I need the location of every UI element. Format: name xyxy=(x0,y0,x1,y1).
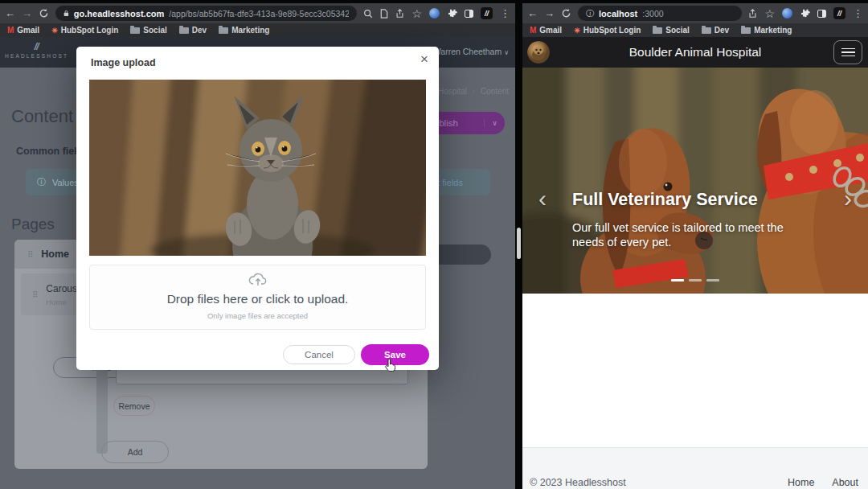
image-upload-modal: Image upload × xyxy=(76,47,439,370)
bookmark-label: Dev xyxy=(192,26,207,35)
lock-icon xyxy=(63,9,69,18)
document-icon[interactable] xyxy=(380,9,388,18)
bookmark-social[interactable]: Social xyxy=(130,26,166,35)
cat-photo-illustration xyxy=(89,80,426,256)
brand-name: HEADLESSHOST xyxy=(5,53,68,59)
right-bookmarks-bar: MGmail ✳HubSpot Login Social Dev Marketi… xyxy=(522,23,868,37)
bookmark-dev[interactable]: Dev xyxy=(179,26,207,35)
hero-dogs-image xyxy=(522,68,868,294)
left-browser-toolbar: ← → go.headlesshost.com/app/bs/ab5b67fa-… xyxy=(0,3,515,23)
mouse-cursor-hand xyxy=(384,359,395,372)
folder-icon xyxy=(130,27,140,34)
bookmark-label: HubSpot Login xyxy=(583,26,641,35)
user-menu[interactable]: Warren Cheetham ∨ xyxy=(433,47,509,56)
carousel-prev-arrow[interactable]: ‹ xyxy=(538,187,547,211)
carousel-dot[interactable] xyxy=(706,279,719,281)
back-icon[interactable]: ← xyxy=(527,8,538,18)
left-bookmarks-bar: MGmail ✳HubSpot Login Social Dev Marketi… xyxy=(0,23,515,37)
close-icon[interactable]: × xyxy=(420,51,428,68)
url-host: localhost xyxy=(599,9,637,18)
cloud-upload-icon xyxy=(248,272,268,286)
hubspot-icon: ✳ xyxy=(51,27,58,35)
file-dropzone[interactable]: Drop files here or click to upload. Only… xyxy=(89,265,426,330)
drag-handle-icon[interactable]: ⠿ xyxy=(27,250,33,259)
uploaded-cat-image xyxy=(89,80,426,256)
drag-handle-icon[interactable]: ⠿ xyxy=(32,290,38,299)
footer-links: Home About xyxy=(788,477,858,488)
sidepanel-icon[interactable] xyxy=(817,10,826,18)
bookmark-social[interactable]: Social xyxy=(653,26,689,35)
share-icon[interactable] xyxy=(395,9,404,18)
cancel-button[interactable]: Cancel xyxy=(283,345,355,364)
bookmark-marketing[interactable]: Marketing xyxy=(219,26,269,35)
footer-copyright: © 2023 Headlesshost xyxy=(530,477,626,488)
info-icon[interactable]: ⓘ xyxy=(586,8,594,19)
dropzone-title: Drop files here or click to upload. xyxy=(90,292,425,306)
remove-button[interactable]: Remove xyxy=(113,396,155,416)
search-icon[interactable] xyxy=(363,9,373,18)
url-path: /app/bs/ab5b67fa-dfe3-413a-9e89-5ecc3c05… xyxy=(169,9,349,18)
bookmark-label: Marketing xyxy=(231,26,269,35)
toolbar-icons: ☆ // ⋮ xyxy=(748,7,863,19)
window-divider-scrollbar[interactable] xyxy=(517,228,521,259)
chevron-down-icon[interactable]: ∨ xyxy=(484,119,505,127)
reload-icon[interactable] xyxy=(561,8,571,18)
carousel-next-arrow[interactable]: › xyxy=(844,187,852,211)
add-button[interactable]: Add xyxy=(101,441,169,463)
bookmark-dev[interactable]: Dev xyxy=(702,26,729,35)
hamburger-menu-button[interactable] xyxy=(833,40,862,64)
back-icon[interactable]: ← xyxy=(5,8,15,18)
breadcrumb[interactable]: al Hospital › Content xyxy=(429,87,509,96)
boulder-animal-hospital-site: Boulder Animal Hospital xyxy=(522,37,868,489)
toolbar-icons: ☆ // ⋮ xyxy=(363,7,510,19)
folder-icon xyxy=(702,27,711,34)
right-browser-toolbar: ← → ⓘ localhost:3000 ☆ // ⋮ xyxy=(522,3,868,23)
bookmark-label: Gmail xyxy=(17,26,39,35)
bookmark-star-icon[interactable]: ☆ xyxy=(764,8,775,19)
carousel-indicators xyxy=(671,279,719,281)
pages-heading: Pages xyxy=(11,216,55,233)
extension-blue-icon[interactable] xyxy=(782,8,792,18)
breadcrumb-separator-icon: › xyxy=(473,87,475,96)
bookmark-label: Social xyxy=(143,26,166,35)
bookmark-hubspot[interactable]: ✳HubSpot Login xyxy=(574,26,641,35)
sidepanel-icon[interactable] xyxy=(465,10,473,18)
headlesshost-extension-icon[interactable]: // xyxy=(833,7,845,19)
headlesshost-logo[interactable]: // HEADLESSHOST xyxy=(5,40,68,59)
bookmark-star-icon[interactable]: ☆ xyxy=(411,8,422,19)
chrome-menu-icon[interactable]: ⋮ xyxy=(500,8,510,18)
chrome-menu-icon[interactable]: ⋮ xyxy=(853,8,863,18)
headlesshost-extension-icon[interactable]: // xyxy=(481,7,493,19)
left-browser-window: ← → go.headlesshost.com/app/bs/ab5b67fa-… xyxy=(0,0,515,489)
bookmark-marketing[interactable]: Marketing xyxy=(741,26,792,35)
hero-subtitle: Our full vet service is tailored to meet… xyxy=(572,220,796,250)
folder-icon xyxy=(741,27,751,34)
carousel-dot[interactable] xyxy=(689,279,702,281)
extensions-puzzle-icon[interactable] xyxy=(800,8,810,18)
modal-title: Image upload xyxy=(91,57,156,68)
share-icon[interactable] xyxy=(748,9,757,18)
slashes-logo-icon: // xyxy=(5,40,68,52)
footer-link-home[interactable]: Home xyxy=(788,477,814,488)
footer-link-about[interactable]: About xyxy=(832,477,858,488)
chevron-down-icon: ∨ xyxy=(504,49,509,56)
dropzone-note: Only image files are accepted xyxy=(90,311,425,320)
hero-heading: Full Veterinary Service xyxy=(572,190,758,210)
bookmark-gmail[interactable]: MGmail xyxy=(530,26,562,35)
bookmark-hubspot[interactable]: ✳HubSpot Login xyxy=(51,26,118,35)
hero-carousel: ‹ › Full Veterinary Service Our full vet… xyxy=(522,68,868,294)
extensions-puzzle-icon[interactable] xyxy=(447,8,457,18)
forward-icon[interactable]: → xyxy=(22,8,32,18)
address-bar[interactable]: ⓘ localhost:3000 xyxy=(578,6,742,21)
address-bar[interactable]: go.headlesshost.com/app/bs/ab5b67fa-dfe3… xyxy=(55,6,357,21)
carousel-dot-active[interactable] xyxy=(671,279,684,281)
bookmark-label: Marketing xyxy=(754,26,792,35)
url-port: :3000 xyxy=(642,9,663,18)
reload-icon[interactable] xyxy=(39,8,49,18)
text-field[interactable] xyxy=(116,368,408,384)
bookmark-label: Social xyxy=(665,26,689,35)
forward-icon[interactable]: → xyxy=(544,8,555,18)
bookmark-gmail[interactable]: MGmail xyxy=(7,26,39,35)
extension-blue-icon[interactable] xyxy=(429,8,440,18)
site-title: Boulder Animal Hospital xyxy=(522,45,868,60)
